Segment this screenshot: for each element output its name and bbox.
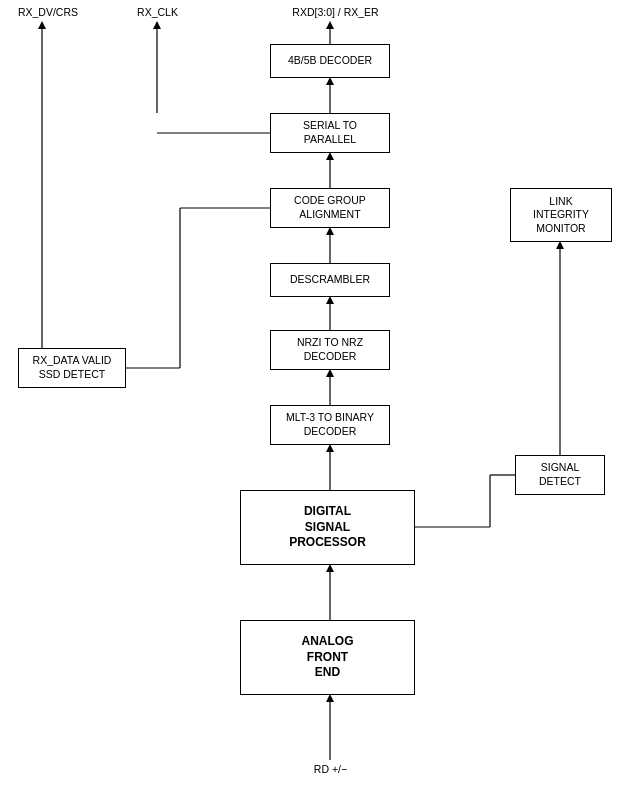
svg-marker-11	[326, 152, 334, 160]
block-diagram: RX_DV/CRS RX_CLK RXD[3:0] / RX_ER 4B/5B …	[0, 0, 635, 791]
block-link-integrity: LINKINTEGRITYMONITOR	[510, 188, 612, 242]
block-4b5b-decoder: 4B/5B DECODER	[270, 44, 390, 78]
label-rx-dv-crs: RX_DV/CRS	[8, 6, 88, 18]
svg-marker-15	[326, 21, 334, 29]
block-serial-parallel: SERIAL TOPARALLEL	[270, 113, 390, 153]
block-code-group: CODE GROUPALIGNMENT	[270, 188, 390, 228]
svg-marker-13	[326, 77, 334, 85]
svg-marker-19	[153, 21, 161, 29]
label-rxd: RXD[3:0] / RX_ER	[258, 6, 413, 18]
svg-marker-7	[326, 296, 334, 304]
label-rd: RD +/−	[298, 763, 363, 775]
block-signal-detect: SIGNALDETECT	[515, 455, 605, 495]
svg-marker-1	[326, 564, 334, 572]
block-afe: ANALOGFRONTEND	[240, 620, 415, 695]
block-dsp: DIGITALSIGNALPROCESSOR	[240, 490, 415, 565]
block-mlt3-binary: MLT-3 TO BINARYDECODER	[270, 405, 390, 445]
svg-marker-5	[326, 369, 334, 377]
svg-marker-22	[326, 694, 334, 702]
block-descrambler: DESCRAMBLER	[270, 263, 390, 297]
block-nrzi-nrz: NRZI TO NRZDECODER	[270, 330, 390, 370]
svg-marker-3	[326, 444, 334, 452]
svg-marker-9	[326, 227, 334, 235]
svg-marker-17	[38, 21, 46, 29]
svg-marker-27	[556, 241, 564, 249]
label-rx-clk: RX_CLK	[125, 6, 190, 18]
block-rx-data-valid: RX_DATA VALIDSSD DETECT	[18, 348, 126, 388]
